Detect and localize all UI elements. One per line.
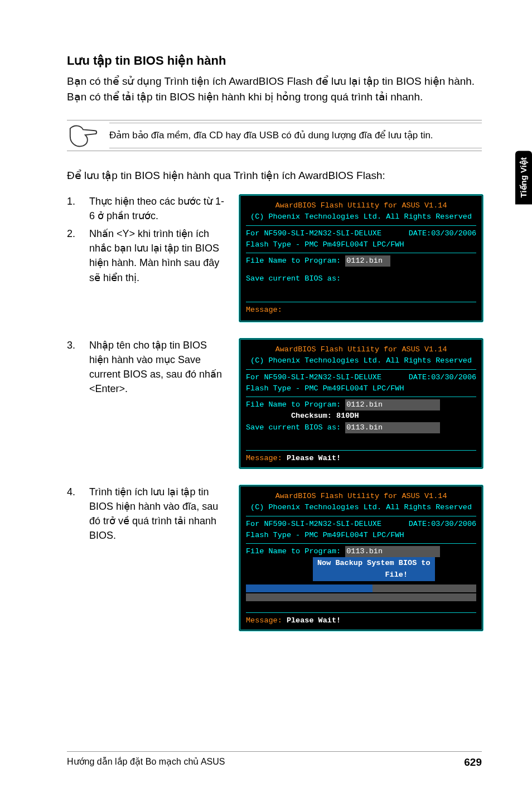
terminal-message-row: Message: Please Wait!	[246, 612, 476, 626]
terminal-title: AwardBIOS Flash Utility for ASUS V1.14	[246, 200, 476, 211]
terminal-screenshot-2: AwardBIOS Flash Utility for ASUS V1.14 (…	[239, 338, 483, 469]
terminal-progress-bar-2	[246, 593, 476, 601]
intro-paragraph: Bạn có thể sử dụng Trình tiện ích AwardB…	[67, 74, 482, 104]
terminal-screenshot-1: AwardBIOS Flash Utility for ASUS V1.14 (…	[239, 194, 483, 322]
terminal-file-line: File Name to Program: 0112.bin	[246, 399, 476, 410]
section-heading: Lưu tập tin BIOS hiện hành	[67, 54, 482, 68]
page-footer: Hướng dẫn lắp đặt Bo mạch chủ ASUS 629	[67, 751, 482, 769]
footer-text: Hướng dẫn lắp đặt Bo mạch chủ ASUS	[67, 756, 225, 769]
step-number: 1.	[67, 194, 79, 223]
terminal-checksum-line: Checksum: 810DH	[246, 410, 476, 422]
terminal-message-row: Message: Please Wait!	[246, 450, 476, 464]
terminal-message-row: Message:	[246, 302, 476, 316]
step-item-2: 2. Nhấn <Y> khi trình tiện ích nhắc bạn …	[67, 226, 229, 284]
terminal-flash-line: Flash Type - PMC Pm49FL004T LPC/FWH	[246, 239, 476, 250]
step-text: Nhập tên cho tập tin BIOS hiện hành vào …	[89, 338, 229, 396]
terminal-file-line: File Name to Program: 0112.bin	[246, 255, 476, 267]
terminal-save-line: Save current BIOS as:	[246, 273, 476, 284]
step-text: Thực hiện theo các bước từ 1-6 ở phần tr…	[89, 194, 229, 223]
note-callout: Đảm bảo đĩa mềm, đĩa CD hay đĩa USB có đ…	[67, 120, 482, 151]
terminal-subtitle: (C) Phoenix Technologies Ltd. All Rights…	[246, 502, 476, 516]
page-number: 629	[464, 756, 482, 769]
terminal-subtitle: (C) Phoenix Technologies Ltd. All Rights…	[246, 211, 476, 225]
step-number: 3.	[67, 338, 79, 396]
lead-paragraph: Để lưu tập tin BIOS hiện hành qua Trình …	[67, 169, 482, 182]
language-side-tab: Tiếng Việt	[515, 151, 532, 204]
step-text: Nhấn <Y> khi trình tiện ích nhắc bạn lưu…	[89, 226, 229, 284]
terminal-title: AwardBIOS Flash Utility for ASUS V1.14	[246, 491, 476, 502]
terminal-backup-banner: Now Backup System BIOS to File!	[313, 557, 435, 581]
terminal-title: AwardBIOS Flash Utility for ASUS V1.14	[246, 344, 476, 355]
terminal-board-line: For NF590-SLI-M2N32-SLI-DELUXE DATE:03/3…	[246, 228, 476, 239]
terminal-progress-bar	[246, 584, 476, 592]
terminal-board-line: For NF590-SLI-M2N32-SLI-DELUXE DATE:03/3…	[246, 372, 476, 383]
terminal-screenshot-3: AwardBIOS Flash Utility for ASUS V1.14 (…	[239, 485, 483, 631]
terminal-flash-line: Flash Type - PMC Pm49FL004T LPC/FWH	[246, 530, 476, 541]
terminal-save-line: Save current BIOS as: 0113.bin	[246, 422, 476, 433]
hand-point-icon	[67, 123, 99, 148]
step-item-3: 3. Nhập tên cho tập tin BIOS hiện hành v…	[67, 338, 229, 396]
terminal-file-line: File Name to Program: 0113.bin	[246, 546, 476, 557]
step-number: 2.	[67, 226, 79, 284]
terminal-board-line: For NF590-SLI-M2N32-SLI-DELUXE DATE:03/3…	[246, 519, 476, 530]
note-text: Đảm bảo đĩa mềm, đĩa CD hay đĩa USB có đ…	[109, 123, 482, 148]
step-text: Trình tiện ích lưu lại tập tin BIOS hiện…	[89, 485, 229, 543]
terminal-subtitle: (C) Phoenix Technologies Ltd. All Rights…	[246, 355, 476, 369]
step-item-1: 1. Thực hiện theo các bước từ 1-6 ở phần…	[67, 194, 229, 223]
step-item-4: 4. Trình tiện ích lưu lại tập tin BIOS h…	[67, 485, 229, 543]
terminal-flash-line: Flash Type - PMC Pm49FL004T LPC/FWH	[246, 383, 476, 394]
step-number: 4.	[67, 485, 79, 543]
